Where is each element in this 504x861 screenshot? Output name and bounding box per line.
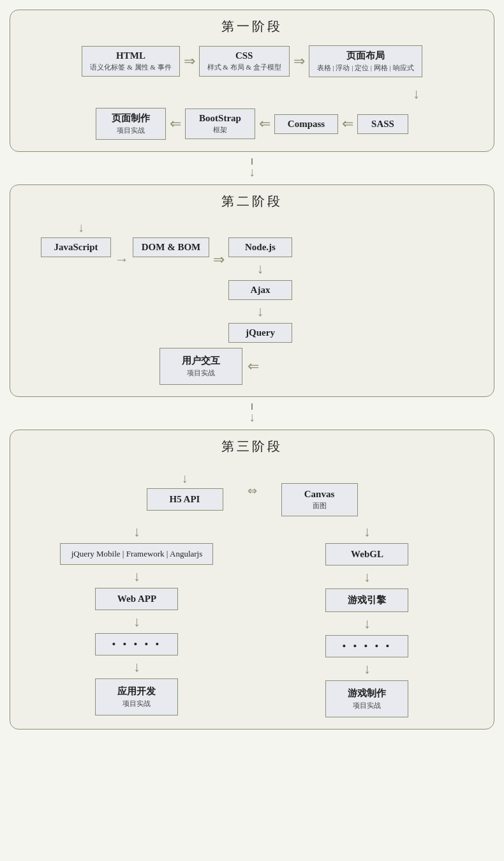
bootstrap-label: BootStrap — [199, 113, 241, 124]
sass-box: SASS — [357, 114, 408, 134]
arrow-gameengine-dots2: ↓ — [364, 615, 371, 632]
css-box: CSS 样式 & 布局 & 盒子模型 — [199, 46, 290, 77]
webapp-label: Web APP — [117, 594, 156, 604]
arrow-bootstrap-webpage: ⇐ — [170, 116, 181, 132]
gamemake-box: 游戏制作 项目实战 — [325, 680, 408, 717]
stage-1: 第一阶段 HTML 语义化标签 & 属性 & 事件 ⇒ CSS 样式 & 布局 … — [10, 10, 494, 152]
arrow-stage1-stage2: ↓ — [10, 158, 494, 179]
javascript-label: JavaScript — [54, 242, 98, 253]
stage-3-title: 第三阶段 — [22, 438, 482, 455]
h5api-label: H5 API — [170, 494, 200, 505]
layout-sub: 表格 | 浮动 | 定位 | 网格 | 响应式 — [317, 63, 414, 73]
arrow-stage2-stage3: ↓ — [10, 403, 494, 424]
dombom-label: DOM & BOM — [142, 242, 200, 253]
webapp-box: Web APP — [95, 588, 178, 610]
jquery-label: jQuery — [246, 327, 275, 338]
h5api-box: H5 API — [147, 488, 223, 511]
dots1-label: • • • • • — [112, 639, 161, 650]
arrow-ajax-jquery: ↓ — [257, 303, 264, 320]
stage-3: 第三阶段 ↓ H5 API ⇔ Canvas 面图 ↓ jQuery Mobil… — [10, 430, 494, 730]
sass-label: SASS — [371, 119, 394, 130]
canvas-box: Canvas 面图 — [281, 483, 358, 516]
nodejs-box: Node.js — [228, 237, 292, 257]
html-label: HTML — [116, 50, 145, 61]
layout-label: 页面布局 — [346, 50, 385, 62]
bootstrap-sub: 框架 — [213, 125, 227, 135]
javascript-box: JavaScript — [41, 237, 111, 257]
bootstrap-box: BootStrap 框架 — [185, 109, 255, 139]
dombom-box: DOM & BOM — [133, 237, 209, 257]
stage-2: 第二阶段 ↓ JavaScript → DOM & BOM ⇒ Node.js … — [10, 184, 494, 397]
interaction-label: 用户交互 — [182, 355, 220, 367]
stage1-row2: 页面制作 项目实战 ⇐ BootStrap 框架 ⇐ Compass ⇐ SAS… — [22, 108, 482, 140]
arrow-mobile-webapp: ↓ — [133, 568, 140, 585]
appdev-box: 应用开发 项目实战 — [95, 678, 178, 715]
interaction-sub: 项目实战 — [187, 368, 215, 378]
dots2-label: • • • • • — [343, 641, 392, 652]
interaction-box: 用户交互 项目实战 — [159, 348, 242, 385]
css-sub: 样式 & 布局 & 盒子模型 — [207, 63, 281, 72]
html-sub: 语义化标签 & 属性 & 事件 — [90, 63, 171, 72]
arrow-webgl-gameengine: ↓ — [364, 569, 371, 585]
jquery-box: jQuery — [228, 323, 292, 343]
arrow-css-layout: ⇒ — [293, 53, 305, 70]
stage1-row1: HTML 语义化标签 & 属性 & 事件 ⇒ CSS 样式 & 布局 & 盒子模… — [22, 45, 482, 77]
webpage-label: 页面制作 — [112, 112, 150, 124]
gameengine-box: 游戏引擎 — [325, 588, 408, 612]
arrow-compass-bootstrap: ⇐ — [259, 116, 271, 132]
ajax-label: Ajax — [251, 285, 271, 296]
canvas-label: Canvas — [304, 489, 335, 500]
html-box: HTML 语义化标签 & 属性 & 事件 — [82, 46, 179, 77]
arrow-webapp-dots1: ↓ — [133, 613, 140, 630]
arrow-jquery-interaction: ⇐ — [248, 358, 259, 375]
stage-1-title: 第一阶段 — [22, 18, 482, 35]
dots2-box: • • • • • — [325, 635, 408, 657]
arrow-dots2-gamemake: ↓ — [364, 661, 371, 677]
arrow-h5-canvas: ⇔ — [248, 484, 257, 498]
webpage-box: 页面制作 项目实战 — [96, 108, 166, 140]
gamemake-sub: 项目实战 — [353, 701, 381, 710]
arrow-into-js: ↓ — [78, 220, 84, 235]
canvas-sub: 面图 — [313, 501, 327, 511]
gamemake-label: 游戏制作 — [348, 687, 386, 700]
webpage-sub: 项目实战 — [117, 126, 145, 135]
compass-box: Compass — [274, 114, 338, 134]
arrow-sass-compass: ⇐ — [342, 116, 353, 132]
arrow-html-css: ⇒ — [184, 53, 195, 70]
mobile-label: jQuery Mobile | Framework | Angularjs — [71, 549, 203, 559]
arrow-dots1-appdev: ↓ — [133, 659, 140, 675]
arrow-into-h5: ↓ — [182, 471, 188, 486]
compass-label: Compass — [288, 119, 325, 130]
appdev-sub: 项目实战 — [122, 699, 151, 708]
arrow-layout-sass: ↓ — [413, 86, 420, 102]
stage-2-title: 第二阶段 — [22, 193, 482, 210]
mobile-box: jQuery Mobile | Framework | Angularjs — [60, 543, 213, 565]
arrow-dom-node: ⇒ — [213, 251, 225, 268]
css-label: CSS — [235, 50, 253, 61]
ajax-box: Ajax — [228, 280, 292, 300]
arrow-h5-mobile: ↓ — [133, 523, 140, 540]
arrow-node-ajax: ↓ — [257, 260, 264, 277]
webgl-label: WebGL — [351, 549, 383, 560]
arrow-canvas-webgl: ↓ — [364, 523, 371, 540]
gameengine-label: 游戏引擎 — [348, 594, 386, 606]
dots1-box: • • • • • — [95, 633, 178, 655]
layout-box: 页面布局 表格 | 浮动 | 定位 | 网格 | 响应式 — [309, 45, 422, 77]
arrow-js-dom: → — [115, 251, 129, 268]
webgl-box: WebGL — [325, 543, 408, 565]
appdev-label: 应用开发 — [117, 685, 156, 698]
nodejs-label: Node.js — [245, 242, 276, 253]
